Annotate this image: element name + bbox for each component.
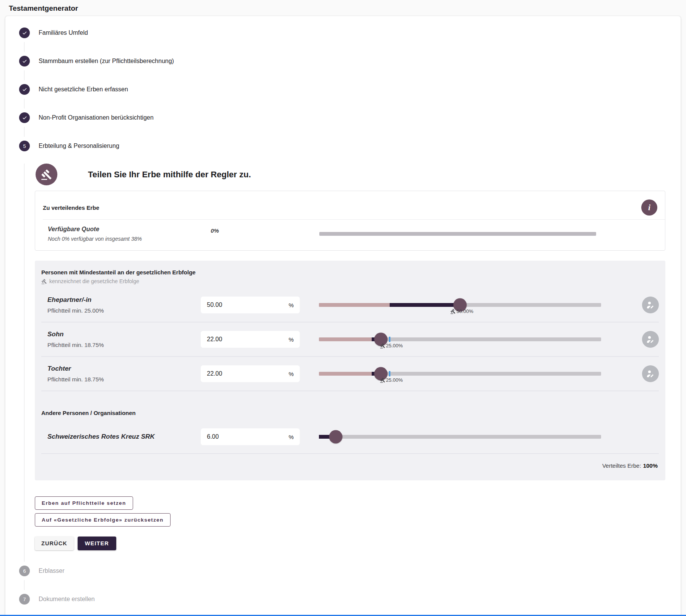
wizard-card: Familiäres Umfeld Stammbaum erstellen (z… bbox=[5, 16, 681, 616]
set-pflichtteile-button[interactable]: Erben auf Pflichtteile setzen bbox=[35, 496, 133, 510]
percent-unit-label: % bbox=[289, 336, 294, 343]
edit-person-icon bbox=[646, 300, 655, 310]
gavel-icon bbox=[450, 309, 456, 314]
edit-heir-button[interactable] bbox=[642, 331, 659, 348]
step-label: Familiäres Umfeld bbox=[39, 29, 88, 36]
pflichtteil-segment bbox=[319, 372, 372, 376]
legal-percent-label: 25.00% bbox=[386, 377, 403, 383]
step-label: Erblasser bbox=[39, 567, 65, 574]
quota-card: Zu verteilendes Erbe i Verfügbare Quote … bbox=[35, 191, 665, 251]
stepper-step-erblasser[interactable]: 6 Erblasser bbox=[5, 562, 681, 580]
stepper-step-stammbaum[interactable]: Stammbaum erstellen (zur Pflichtteilsber… bbox=[5, 52, 681, 70]
edit-person-icon bbox=[646, 335, 655, 344]
check-icon bbox=[19, 56, 30, 66]
heir-row-srk: Schweizerisches Rotes Kreuz SRK % bbox=[41, 418, 659, 454]
heir-percent-input[interactable] bbox=[207, 336, 260, 343]
available-quota-label: Verfügbare Quote bbox=[48, 226, 211, 233]
stepper-step-non-profit[interactable]: Non-Profit Organisationen berücksichtige… bbox=[5, 109, 681, 127]
legal-percent-label: 25.00% bbox=[386, 343, 403, 349]
heir-percent-field[interactable]: % bbox=[201, 331, 300, 348]
step-number-badge: 5 bbox=[19, 141, 30, 151]
heir-name: Ehepartner/-in bbox=[47, 296, 201, 304]
percent-unit-label: % bbox=[289, 302, 294, 308]
stepper-connector bbox=[24, 42, 681, 52]
available-quota-value: 0% bbox=[211, 227, 319, 234]
heir-row-sohn: Sohn Pflichtteil min. 18.75% % bbox=[41, 323, 659, 357]
slider-track[interactable] bbox=[319, 372, 601, 376]
others-section-title: Andere Personen / Organisationen bbox=[41, 410, 659, 416]
reset-legal-succession-button[interactable]: Auf «Gesetzliche Erbfolge» zurücksetzen bbox=[35, 513, 171, 527]
step-number-badge: 7 bbox=[19, 594, 30, 605]
step-label: Erbteilung & Personalisierung bbox=[39, 143, 119, 149]
quota-card-title: Zu verteilendes Erbe bbox=[43, 204, 99, 211]
panel-title: Personen mit Mindestanteil an der gesetz… bbox=[41, 269, 659, 276]
heir-share-slider[interactable]: 25.00% bbox=[319, 365, 601, 382]
back-button[interactable]: ZURÜCK bbox=[35, 537, 74, 550]
stepper-connector bbox=[24, 580, 681, 590]
percent-unit-label: % bbox=[289, 434, 294, 440]
legal-succession-tick bbox=[389, 371, 390, 376]
distributed-total-value: 100% bbox=[643, 462, 658, 469]
stepper-step-nicht-gesetzliche-erben[interactable]: Nicht gesetzliche Erben erfassen bbox=[5, 80, 681, 99]
heir-name: Sohn bbox=[47, 331, 201, 338]
pflichtteil-segment bbox=[319, 337, 372, 341]
slider-track[interactable] bbox=[319, 337, 601, 341]
stepper-connector bbox=[24, 70, 681, 80]
slider-track[interactable] bbox=[319, 435, 601, 439]
check-icon bbox=[19, 28, 30, 38]
heir-percent-field[interactable]: % bbox=[201, 365, 300, 382]
heir-pflichtteil-note: Pflichtteil min. 25.00% bbox=[47, 307, 201, 314]
slider-handle[interactable] bbox=[329, 430, 343, 444]
gavel-icon bbox=[41, 279, 47, 284]
legal-succession-tick bbox=[389, 337, 390, 342]
step-label: Stammbaum erstellen (zur Pflichtteilsber… bbox=[39, 58, 174, 65]
legal-succession-legend: kennzeichnet die gesetzliche Erbfolge bbox=[41, 278, 659, 284]
stepper-step-dokumente[interactable]: 7 Dokumente erstellen bbox=[5, 590, 681, 608]
step-label: Nicht gesetzliche Erben erfassen bbox=[39, 86, 128, 93]
stepper-connector bbox=[24, 99, 681, 109]
distribution-panel: Personen mit Mindestanteil an der gesetz… bbox=[35, 261, 665, 480]
step-label: Non-Profit Organisationen berücksichtige… bbox=[39, 114, 154, 121]
stepper-step-familiaeres-umfeld[interactable]: Familiäres Umfeld bbox=[5, 24, 681, 42]
current-share-segment bbox=[390, 303, 460, 307]
heir-name: Tochter bbox=[47, 365, 201, 373]
gavel-avatar-icon bbox=[36, 164, 57, 185]
heir-percent-input[interactable] bbox=[207, 370, 260, 377]
panel-actions: Erben auf Pflichtteile setzen Auf «Geset… bbox=[35, 496, 665, 527]
heir-row-tochter: Tochter Pflichtteil min. 18.75% % bbox=[41, 357, 659, 391]
check-icon bbox=[19, 112, 30, 123]
stepper-step-erbteilung[interactable]: 5 Erbteilung & Personalisierung bbox=[5, 137, 681, 155]
percent-unit-label: % bbox=[289, 371, 294, 377]
heir-percent-field[interactable]: % bbox=[201, 297, 300, 313]
testament-generator-page: Testamentgenerator Familiäres Umfeld Sta… bbox=[0, 0, 686, 616]
available-quota-subtext: Noch 0% verfügbar von insgesamt 38% bbox=[48, 236, 211, 242]
wizard-nav: ZURÜCK WEITER bbox=[35, 537, 665, 550]
legal-percent-label: 50.00% bbox=[457, 308, 473, 314]
info-icon[interactable]: i bbox=[641, 199, 657, 216]
legend-text: kennzeichnet die gesetzliche Erbfolge bbox=[49, 278, 139, 284]
stepper-connector bbox=[24, 127, 681, 137]
edit-heir-button[interactable] bbox=[642, 365, 659, 382]
step-label: Dokumente erstellen bbox=[39, 596, 95, 603]
pflichtteil-segment bbox=[319, 303, 390, 307]
legal-succession-marker: 50.00% bbox=[450, 308, 473, 314]
legal-succession-marker: 25.00% bbox=[380, 377, 403, 383]
distributed-total-label: Verteiltes Erbe: bbox=[602, 462, 641, 469]
step-intro: Teilen Sie Ihr Erbe mithilfe der Regler … bbox=[36, 164, 665, 185]
heir-pflichtteil-note: Pflichtteil min. 18.75% bbox=[47, 342, 201, 348]
step-heading: Teilen Sie Ihr Erbe mithilfe der Regler … bbox=[88, 170, 251, 180]
available-quota-row: Verfügbare Quote Noch 0% verfügbar von i… bbox=[35, 220, 665, 250]
next-button[interactable]: WEITER bbox=[78, 537, 116, 550]
edit-heir-button[interactable] bbox=[642, 297, 659, 313]
step-number-badge: 6 bbox=[19, 566, 30, 576]
heir-percent-input[interactable] bbox=[207, 302, 260, 308]
org-percent-input[interactable] bbox=[207, 433, 260, 440]
legal-succession-marker: 25.00% bbox=[380, 343, 403, 349]
edit-person-icon bbox=[646, 369, 655, 378]
org-percent-field[interactable]: % bbox=[201, 428, 300, 445]
org-share-slider[interactable] bbox=[319, 428, 601, 445]
heir-share-slider[interactable]: 50.00% bbox=[319, 297, 601, 313]
heir-share-slider[interactable]: 25.00% bbox=[319, 331, 601, 348]
organisation-name: Schweizerisches Rotes Kreuz SRK bbox=[47, 433, 201, 441]
titlebar: Testamentgenerator bbox=[0, 0, 686, 16]
